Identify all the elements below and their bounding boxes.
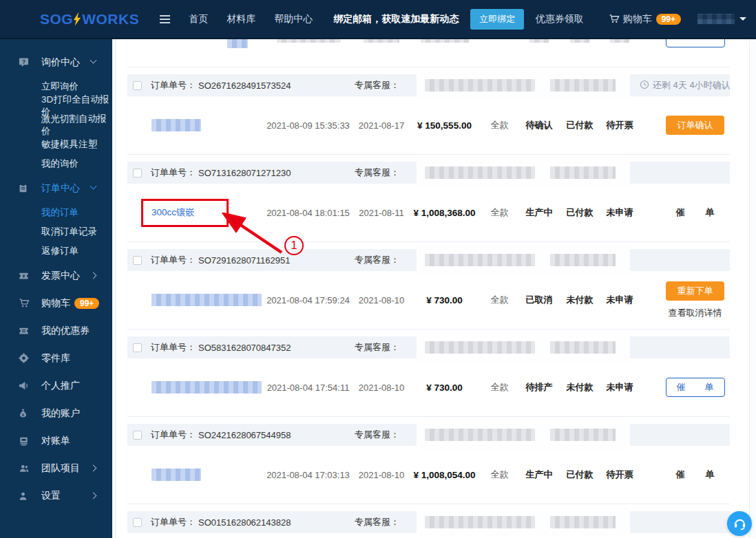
statement-icon <box>19 436 30 446</box>
order-checkbox[interactable] <box>133 256 142 265</box>
invoice-status-cell: 待开票 <box>600 119 640 131</box>
action-cell: 重新下单查看取消详情 <box>640 281 730 319</box>
customer-service-label: 专属客服： <box>355 254 399 266</box>
user-menu[interactable] <box>697 14 746 24</box>
order-checkbox[interactable] <box>133 81 142 90</box>
urge-order-char: 单 <box>706 206 715 219</box>
redacted-product-name <box>227 39 248 48</box>
bind-now-button[interactable]: 立即绑定 <box>470 9 524 30</box>
redacted-cs-phone <box>550 429 616 441</box>
sidebar-subitem-my-inquiries[interactable]: 我的询价 <box>0 154 112 173</box>
cart-link[interactable]: 购物车 99+ <box>609 13 681 25</box>
reorder-button[interactable]: 重新下单 <box>666 281 724 301</box>
order-checkbox[interactable] <box>133 343 142 352</box>
nav-item-0[interactable]: 首页 <box>189 13 208 25</box>
sidebar-item-my-coupons[interactable]: 我的优惠券 <box>0 318 112 343</box>
sidebar-item-invoice-center[interactable]: ¥发票中心 <box>0 263 112 288</box>
sidebar-subitem-cancel-order-records[interactable]: 取消订单记录 <box>0 222 112 241</box>
sidebar-item-statements[interactable]: 对账单 <box>0 428 112 453</box>
clipped-text <box>570 39 589 43</box>
order-checkbox[interactable] <box>133 518 142 527</box>
sidebar-item-inquiry-center[interactable]: ?询价中心 <box>0 50 112 75</box>
redacted-cs-name <box>425 516 535 528</box>
nav-item-2[interactable]: 帮助中心 <box>274 13 313 25</box>
action-cell: 催单 <box>640 378 730 397</box>
customer-support-button[interactable] <box>727 511 752 536</box>
sidebar-item-parts-library[interactable]: 零件库 <box>0 345 112 371</box>
sidebar-item-label: 我的账户 <box>41 407 80 420</box>
urge-order-char: 催 <box>677 381 686 394</box>
pay-status-cell: 未付款 <box>560 294 600 306</box>
sidebar-subitem-my-orders[interactable]: 我的订单 <box>0 203 112 222</box>
invoice-status-cell: 未申请 <box>600 294 640 306</box>
sidebar-item-cart[interactable]: 购物车99+ <box>0 290 112 316</box>
clipped-outline-button[interactable] <box>666 39 725 47</box>
urge-order-char: 催 <box>676 469 685 481</box>
view-cancel-detail-link[interactable]: 查看取消详情 <box>669 307 722 319</box>
sidebar-subitem-repair-orders[interactable]: 返修订单 <box>0 241 112 261</box>
order-price: ¥ 730.00 <box>426 383 463 393</box>
urge-order-button[interactable]: 催单 <box>666 206 725 219</box>
redacted-username <box>697 14 735 24</box>
order-header-row: 订单单号：SO5831628070847352专属客服： <box>127 336 730 358</box>
urge-order-button[interactable]: 催单 <box>666 469 725 481</box>
coupon-claim-link[interactable]: 优惠券领取 <box>536 13 584 25</box>
sidebar-subitem-laser-cut-auto-quote[interactable]: 激光切割自动报价 <box>0 116 112 135</box>
customer-service-label: 专属客服： <box>355 341 399 354</box>
sidebar-item-my-account[interactable]: ¥我的账户 <box>0 400 112 426</box>
product-cell <box>127 119 262 131</box>
redacted-customer-service <box>417 158 630 188</box>
sidebar-item-settings[interactable]: 设置 <box>0 483 112 508</box>
product-cell <box>127 469 262 481</box>
order-checkbox[interactable] <box>133 431 142 440</box>
clipped-text <box>277 39 340 43</box>
account-icon: ¥ <box>19 408 30 418</box>
created-date-cell: 2021-08-04 17:59:24 <box>262 295 355 305</box>
order-no-label: 订单单号： <box>151 79 196 92</box>
delivery-date-cell: 2021-08-11 <box>355 208 408 218</box>
invoice-icon: ¥ <box>19 271 30 281</box>
scrollbar-track[interactable] <box>749 39 756 538</box>
sidebar-item-personal-promotion[interactable]: 个人推广 <box>0 373 112 398</box>
invoice-status: 待开票 <box>607 119 633 131</box>
redacted-cs-name <box>425 254 535 266</box>
customer-service-label: 专属客服： <box>355 79 399 92</box>
sidebar-item-label: 个人推广 <box>41 380 80 392</box>
nav-item-1[interactable]: 材料库 <box>227 13 255 25</box>
sidebar-item-team-projects[interactable]: 团队项目 <box>0 455 112 481</box>
pay-status-cell: 已付款 <box>560 119 600 131</box>
sidebar-item-label: 询价中心 <box>41 56 80 69</box>
order-block <box>127 39 730 67</box>
order-price: ¥ 1,008,054.00 <box>413 470 475 480</box>
order-checkbox[interactable] <box>133 169 142 177</box>
order-price: ¥ 150,555.00 <box>417 120 472 131</box>
sidebar-item-label: 设置 <box>41 490 61 502</box>
sidebar-subitem-agile-mold-injection[interactable]: 敏捷模具注塑 <box>0 135 112 154</box>
order-block: 订单单号：SO2421628067544958专属客服：2021-08-04 1… <box>127 424 730 504</box>
sogaworks-logo[interactable]: SOG WORKS <box>40 11 139 28</box>
order-body-row: 2021-08-09 15:35:332021-08-17¥ 150,555.0… <box>127 96 730 154</box>
order-divider <box>127 329 730 330</box>
sidebar-item-order-center[interactable]: 订单中心 <box>0 175 112 201</box>
sidebar: ?询价中心立即询价3D打印全自动报价激光切割自动报价敏捷模具注塑我的询价订单中心… <box>0 39 112 538</box>
order-block: 订单单号：SO5831628070847352专属客服：2021-08-04 1… <box>127 336 730 417</box>
order-no-label: 订单单号： <box>151 341 196 354</box>
chevron-right-icon <box>90 272 97 279</box>
annotation-step-number: 1 <box>284 236 304 255</box>
pay-status: 已付款 <box>567 119 594 131</box>
countdown-text: 还剩 4天 4小时确认订 <box>653 79 730 92</box>
order-block: 订单单号：SO7291628071162951专属客服：2021-08-04 1… <box>127 249 730 330</box>
urge-order-button[interactable]: 催单 <box>666 378 725 397</box>
order-status: 待确认 <box>526 119 553 131</box>
cart-icon <box>19 298 30 308</box>
redacted-cs-name <box>425 79 535 92</box>
order-number: SO2671628491573524 <box>198 80 291 91</box>
redacted-customer-service <box>417 70 630 100</box>
menu-toggle-icon[interactable] <box>160 15 170 23</box>
order-confirm-button[interactable]: 订单确认 <box>666 116 724 135</box>
delivery-date: 2021-08-10 <box>359 295 405 305</box>
delivery-date-cell: 2021-08-10 <box>355 470 408 480</box>
order-divider <box>127 241 730 242</box>
order-divider <box>127 504 730 504</box>
pay-status: 未付款 <box>567 381 594 394</box>
